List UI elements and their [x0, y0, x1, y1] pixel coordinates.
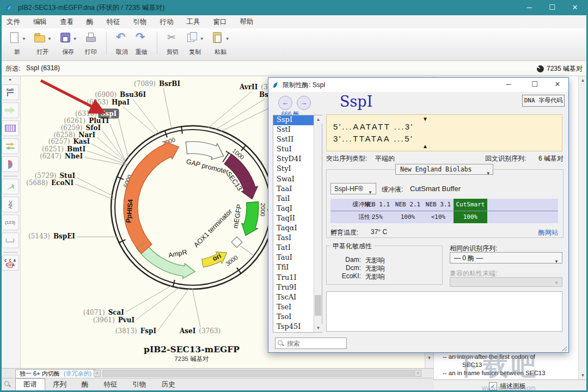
enzyme-list-item[interactable]: TauI [273, 253, 316, 263]
same-recognition-dropdown[interactable]: — 0 酶 — ▼ [450, 252, 562, 264]
numbering-tool-icon[interactable]: (123) [2, 215, 19, 230]
toolbar-copy-button[interactable]: ▼复制 [182, 28, 208, 56]
sequence-ruler-tool-icon[interactable] [2, 120, 19, 136]
enzyme-list-item[interactable]: TaaI [273, 185, 316, 194]
bracket-tool-icon[interactable] [2, 232, 19, 248]
menu-actions[interactable]: 行动 [154, 15, 180, 28]
menu-tools[interactable]: 工具 [180, 15, 207, 28]
scroll-down-icon[interactable]: ▼ [314, 324, 322, 332]
map-enzyme-label[interactable]: (7089) BsrBI [134, 80, 180, 88]
nav-back-icon[interactable]: ← [278, 96, 292, 110]
enzyme-list-item[interactable]: TaqI [273, 204, 316, 214]
enzyme-list-item[interactable]: Tru9I [273, 283, 316, 293]
tab-enzymes[interactable]: 酶 [74, 379, 96, 390]
primer-tool-icon[interactable] [2, 138, 19, 154]
chevron-down-icon[interactable]: ▼ [22, 36, 26, 41]
map-enzyme-label[interactable]: (5143) BspEI [28, 232, 75, 240]
feature-aox1-terminator[interactable] [231, 237, 242, 248]
map-enzyme-label[interactable]: (6259) SfoI [61, 124, 101, 132]
scroll-up-icon[interactable]: ▲ [579, 76, 587, 84]
map-enzyme-label[interactable]: (5729) StuI [35, 172, 76, 180]
map-vscrollbar[interactable]: ▼ [425, 353, 433, 368]
scroll-right-icon[interactable]: › [414, 370, 421, 377]
chevron-down-icon[interactable]: ▼ [73, 36, 77, 41]
text-label-tool-icon[interactable]: Abc [2, 197, 19, 212]
enzyme-list-item[interactable]: StyD4I [273, 155, 316, 164]
toolbar-open-button[interactable]: ▼打开 [30, 28, 56, 56]
map-enzyme-label[interactable]: (6251) BmtI [42, 145, 85, 153]
menu-view[interactable]: 查看 [53, 15, 80, 28]
menu-window[interactable]: 窗口 [207, 15, 234, 28]
menu-primers[interactable]: 引物 [127, 15, 154, 28]
toolbar-save-button[interactable]: ▼保存 [56, 28, 81, 56]
dialog-minimize-icon[interactable]: ─ [501, 78, 516, 91]
map-enzyme-label[interactable]: (4071) ScaI [83, 309, 125, 316]
map-enzyme-label[interactable]: (3813) FspI [115, 327, 157, 335]
toolbar-print-button[interactable]: 打印 [81, 28, 101, 56]
map-enzyme-label[interactable]: SspI [101, 110, 117, 118]
tab-sequence[interactable]: 序列 [45, 379, 74, 390]
map-enzyme-label[interactable]: (6247) NheI [40, 152, 83, 160]
close-icon[interactable]: ✕ [564, 0, 586, 15]
menu-file[interactable]: 文件 [0, 15, 27, 28]
enzyme-list-item[interactable]: TseI [273, 303, 316, 313]
toolbar-paste-button[interactable]: ▼粘贴 [208, 28, 234, 56]
scrollbar-thumb[interactable] [315, 295, 321, 316]
enzyme-list-item[interactable]: TsoI [273, 313, 316, 322]
enzyme-list-item[interactable]: SwaI [273, 175, 316, 185]
map-enzyme-label[interactable]: (6257) KasI [48, 138, 90, 145]
enzyme-list-item[interactable]: Tru1I [273, 273, 316, 283]
toolbar-new-button[interactable]: ▼新 [4, 28, 30, 56]
tab-primers[interactable]: 引物 [125, 379, 154, 390]
dialog-close-icon[interactable]: ✕ [550, 78, 565, 91]
enzyme-list-item[interactable]: StyI [273, 164, 316, 174]
alignment-tool-icon[interactable]: C C AC−A [2, 255, 19, 271]
map-enzyme-label[interactable]: (6853) HpaI [87, 99, 130, 106]
enzyme-list-item[interactable]: TatI [273, 243, 316, 253]
supplier-dropdown[interactable]: New England Biolabs ▼ [395, 164, 493, 175]
map-enzyme-label[interactable]: (6900) Bsu36I [95, 91, 146, 99]
enzyme-list-item[interactable]: TaqII [273, 214, 316, 224]
translation-arrow-tool-icon[interactable] [2, 179, 19, 194]
minimize-icon[interactable]: ─ [518, 0, 541, 15]
menu-enzymes[interactable]: 酶 [80, 15, 100, 28]
enzyme-list-item[interactable]: TscAI [273, 293, 316, 303]
dialog-maximize-icon[interactable]: ☐ [528, 78, 542, 91]
map-enzyme-label[interactable]: (3961) PvuI [93, 316, 135, 324]
scroll-down-icon[interactable]: ▼ [579, 371, 587, 379]
enzyme-list-item[interactable]: Tsp45I [273, 322, 316, 332]
resize-grip[interactable] [561, 346, 567, 351]
toolbar-redo-button[interactable]: 重做 [132, 28, 151, 56]
scroll-left-icon[interactable]: ‹ [94, 370, 101, 377]
enzyme-website-link[interactable]: 酶网站 [538, 228, 558, 237]
enzyme-list-item[interactable]: SstI [273, 125, 316, 135]
enzyme-list-item[interactable]: TasI [273, 234, 316, 243]
nav-forward-icon[interactable]: → [297, 96, 311, 110]
unique-cutters-tab[interactable]: 独一 6+ 内切酶 (非冗余的) [15, 369, 96, 378]
feature-arrow-tool-icon[interactable] [2, 102, 19, 118]
menu-edit[interactable]: 编辑 [27, 15, 53, 28]
variant-dropdown[interactable]: SspI-HF® ▼ [330, 183, 376, 194]
search-input[interactable] [286, 339, 342, 348]
enzyme-list-item[interactable]: SstII [273, 135, 316, 145]
toolbar-undo-button[interactable]: 取消 [112, 28, 132, 56]
chevron-down-icon[interactable]: ▼ [225, 36, 230, 41]
enzyme-tool-icon[interactable]: SalI [2, 84, 19, 100]
menu-help[interactable]: 帮助 [234, 15, 260, 28]
enzyme-list-item[interactable]: TfiI [273, 263, 316, 273]
enzyme-list-item[interactable]: TaqαI [273, 224, 316, 234]
search-box[interactable] [275, 338, 347, 349]
panel-vscrollbar[interactable]: ▲ ▼ [578, 76, 587, 379]
horizontal-scrollbar[interactable] [102, 370, 414, 377]
feature-arc[interactable] [186, 142, 223, 160]
enzyme-list-item[interactable]: TaiI [273, 194, 316, 204]
dna-letter-code-button[interactable]: DNA 字母代码 [522, 95, 565, 107]
enzyme-list-item[interactable]: SspI [273, 115, 316, 125]
chevron-down-icon[interactable]: ▼ [47, 36, 52, 41]
tab-map[interactable]: 图谱 [15, 378, 45, 390]
map-enzyme-label[interactable]: AseI (3763) [179, 327, 220, 335]
chevron-up-icon[interactable]: ▾ [0, 77, 20, 82]
search-icon[interactable] [4, 381, 11, 388]
maximize-icon[interactable]: ☐ [541, 0, 564, 15]
map-enzyme-label[interactable]: (6261) PluTI [64, 117, 109, 125]
